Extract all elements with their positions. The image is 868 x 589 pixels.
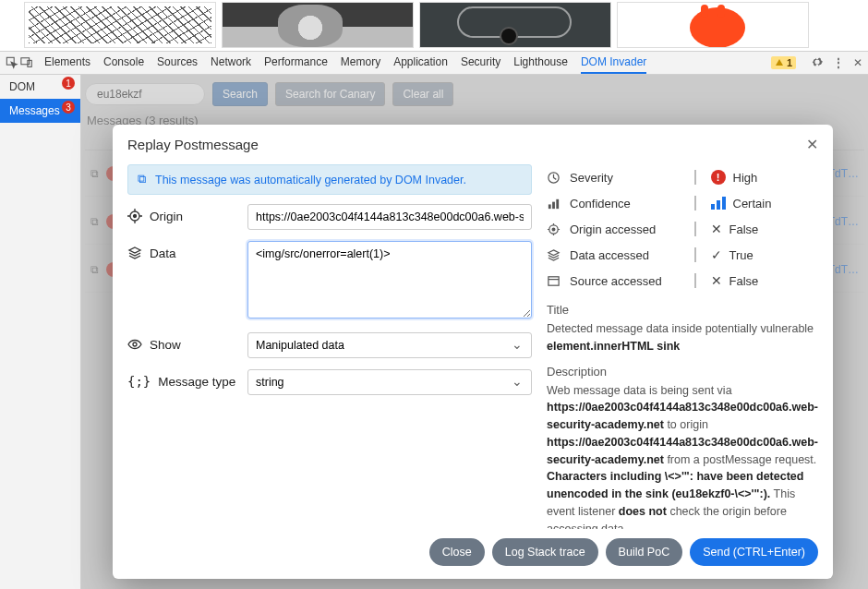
value-severity: High (733, 171, 758, 185)
svg-point-4 (134, 215, 137, 218)
label-data-accessed: Data accessed (570, 248, 649, 262)
label-source-accessed: Source accessed (570, 274, 662, 288)
sidebar-item-dom[interactable]: DOM 1 (0, 75, 80, 99)
dominvader-sidebar: DOM 1 Messages 3 (0, 75, 81, 589)
svg-rect-7 (549, 204, 551, 209)
replay-postmessage-modal: Replay Postmessage ✕ ⧉ This message was … (113, 125, 833, 579)
tab-dom-invader[interactable]: DOM Invader (581, 52, 646, 74)
close-devtools-icon[interactable]: ✕ (853, 56, 862, 69)
copy-icon[interactable]: ⧉ (138, 173, 146, 186)
braces-icon: {;} (127, 374, 151, 389)
svg-rect-12 (549, 276, 559, 284)
svg-rect-9 (556, 198, 559, 208)
thumbnail[interactable] (24, 2, 216, 48)
tab-security[interactable]: Security (461, 52, 500, 74)
section-heading-title: Title (547, 303, 818, 317)
show-select[interactable]: Manipulated data (247, 332, 532, 358)
label-data: Data (150, 246, 176, 260)
info-banner-text: This message was automatically generated… (155, 174, 466, 186)
x-icon: ✕ (711, 222, 722, 236)
layers-icon (127, 246, 142, 260)
count-badge: 3 (62, 101, 75, 114)
warning-icon: ! (711, 170, 726, 185)
sidebar-item-messages[interactable]: Messages 3 (0, 99, 80, 123)
layers-icon (547, 248, 561, 262)
title-section-body: Detected message data inside potentially… (547, 320, 818, 355)
tab-console[interactable]: Console (103, 52, 144, 74)
warnings-badge[interactable]: 1 (771, 56, 796, 69)
window-icon (547, 274, 561, 288)
bars-icon (547, 197, 561, 210)
message-type-select[interactable]: string (247, 369, 532, 395)
thumbnail[interactable] (419, 2, 611, 48)
value-origin-accessed: False (729, 222, 759, 236)
value-source-accessed: False (729, 274, 759, 288)
tab-network[interactable]: Network (211, 52, 251, 74)
check-icon: ✓ (711, 247, 722, 262)
value-confidence: Certain (733, 197, 772, 210)
value-data-accessed: True (729, 248, 753, 262)
device-icon[interactable] (20, 56, 33, 69)
svg-point-11 (552, 228, 555, 231)
label-confidence: Confidence (570, 197, 631, 210)
target-icon (127, 209, 142, 223)
tab-lighthouse[interactable]: Lighthouse (513, 52, 568, 74)
x-icon: ✕ (711, 273, 722, 288)
build-poc-button[interactable]: Build PoC (606, 538, 683, 566)
sidebar-item-label: Messages (9, 104, 60, 117)
tab-application[interactable]: Application (393, 52, 448, 74)
tab-sources[interactable]: Sources (157, 52, 198, 74)
svg-point-5 (133, 343, 137, 346)
data-textarea[interactable]: <span class="wavy">img</span>/src/<span … (247, 241, 532, 319)
image-thumbnails (0, 0, 868, 51)
thumbnail[interactable] (617, 2, 809, 48)
kebab-icon[interactable]: ⋮ (833, 56, 844, 69)
close-icon[interactable]: ✕ (806, 136, 818, 153)
label-origin-accessed: Origin accessed (570, 222, 656, 236)
origin-input[interactable] (247, 204, 532, 230)
label-message-type: Message type (158, 375, 235, 389)
modal-title: Replay Postmessage (127, 137, 259, 152)
label-severity: Severity (570, 171, 613, 185)
tab-performance[interactable]: Performance (264, 52, 328, 74)
sidebar-item-label: DOM (9, 80, 35, 93)
send-button[interactable]: Send (CTRL+Enter) (690, 538, 818, 566)
svg-rect-8 (552, 201, 555, 209)
devtools-tabstrip: Elements Console Sources Network Perform… (0, 51, 868, 75)
inspect-icon[interactable] (6, 56, 18, 69)
info-banner: ⧉ This message was automatically generat… (127, 164, 532, 195)
description-body: Web message data is being sent via https… (547, 382, 818, 530)
eye-icon (127, 337, 142, 352)
clock-icon (547, 171, 561, 185)
confidence-bars-icon (711, 197, 726, 210)
log-stacktrace-button[interactable]: Log Stack trace (492, 538, 598, 566)
section-heading-description: Description (547, 365, 818, 379)
target-icon (547, 222, 561, 236)
warnings-count: 1 (787, 57, 792, 68)
count-badge: 1 (62, 77, 75, 90)
tab-elements[interactable]: Elements (44, 52, 90, 74)
label-show: Show (150, 338, 181, 352)
gear-icon[interactable] (811, 55, 824, 71)
tab-memory[interactable]: Memory (341, 52, 380, 74)
close-button[interactable]: Close (429, 538, 485, 566)
label-origin: Origin (150, 210, 183, 223)
thumbnail[interactable] (222, 2, 414, 48)
